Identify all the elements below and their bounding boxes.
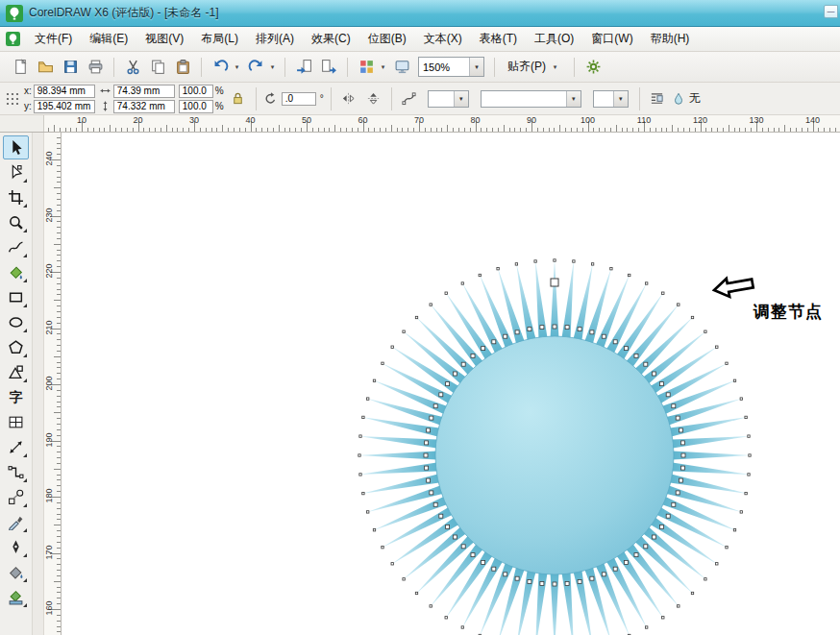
interactive-fill-tool[interactable] (3, 585, 29, 609)
menu-edit[interactable]: 编辑(E) (81, 27, 136, 51)
table-tool[interactable] (3, 410, 29, 434)
outline-width-dropdown-button[interactable]: ▾ (566, 91, 581, 107)
separator (347, 58, 348, 77)
ruler-tick (57, 463, 61, 464)
vruler-label: 170 (44, 541, 54, 564)
ruler-tick (678, 128, 679, 132)
menu-view[interactable]: 视图(V) (136, 27, 192, 51)
starburst-circle[interactable] (435, 336, 674, 574)
menu-help[interactable]: 帮助(H) (642, 27, 699, 51)
redo-button[interactable] (244, 56, 267, 79)
freehand-tool[interactable] (3, 235, 29, 259)
menu-table[interactable]: 表格(T) (471, 27, 526, 51)
drawing-canvas[interactable]: 调整节点 (62, 133, 840, 635)
menu-layout[interactable]: 布局(L) (192, 27, 247, 51)
redo-dropdown-button[interactable]: ▾ (268, 63, 277, 71)
ruler-tick (729, 125, 729, 132)
menu-tools[interactable]: 工具(O) (526, 27, 582, 51)
print-button[interactable] (84, 56, 107, 79)
vertical-ruler[interactable]: 240230220210200190180170160 (44, 133, 62, 635)
ruler-tick (486, 128, 487, 132)
ruler-tick (57, 182, 61, 183)
blend-tool-icon (8, 489, 24, 505)
separator (574, 58, 575, 77)
convert-to-curve-button[interactable] (399, 88, 420, 110)
ruler-tick (57, 485, 61, 486)
connector-tool-icon (8, 464, 24, 480)
pick-tool[interactable] (3, 135, 29, 159)
new-document-button[interactable] (9, 56, 32, 79)
drawing-svg[interactable] (62, 133, 840, 635)
flyout-indicator-icon (23, 478, 27, 482)
menu-bitmaps[interactable]: 位图(B) (359, 27, 415, 51)
application-launcher-button[interactable] (355, 56, 378, 79)
ruler-origin-corner[interactable] (0, 115, 44, 132)
outline-unit-dropdown-button[interactable]: ▾ (613, 91, 628, 107)
save-button[interactable] (59, 56, 82, 79)
ruler-tick (54, 125, 55, 132)
snap-to-dropdown[interactable]: 贴齐(P)▾ (501, 56, 568, 78)
mirror-vertical-button[interactable] (363, 88, 384, 110)
horizontal-ruler[interactable]: 102030405060708090100110120130140 (44, 115, 840, 132)
ruler-tick (57, 193, 61, 194)
ruler-tick (57, 227, 61, 228)
object-y-input[interactable] (34, 100, 95, 113)
outline-style-dropdown-button[interactable]: ▾ (454, 91, 468, 107)
ruler-tick (54, 581, 61, 582)
connector-tool[interactable] (3, 460, 29, 484)
eyedropper-tool[interactable] (3, 510, 29, 534)
export-button[interactable] (317, 56, 340, 79)
outline-style-input[interactable] (429, 92, 454, 106)
shape-tool[interactable] (3, 160, 29, 184)
polygon-tool[interactable] (3, 335, 29, 359)
ruler-tick (441, 128, 442, 132)
menu-text[interactable]: 文本(X) (415, 27, 471, 51)
fill-tool[interactable] (3, 560, 29, 584)
text-tool[interactable]: 字 (3, 385, 29, 409)
mirror-horizontal-button[interactable] (338, 88, 359, 110)
ruler-tick (498, 128, 499, 132)
open-button[interactable] (34, 56, 57, 79)
options-button[interactable] (581, 56, 605, 79)
blend-tool[interactable] (3, 485, 29, 509)
outline-width-input[interactable] (482, 92, 566, 106)
mirror-horizontal-icon (341, 91, 356, 106)
minimize-button[interactable]: — (824, 5, 838, 18)
undo-button[interactable] (209, 56, 232, 79)
paste-button[interactable] (171, 56, 194, 79)
object-width-input[interactable] (113, 85, 175, 98)
crop-tool[interactable] (3, 185, 29, 209)
zoom-dropdown-button[interactable]: ▾ (469, 58, 483, 76)
vruler-label: 240 (44, 147, 54, 170)
menu-file[interactable]: 文件(F) (26, 27, 81, 51)
lock-ratio-button[interactable] (228, 88, 249, 110)
dimension-tool[interactable] (3, 435, 29, 459)
rectangle-tool[interactable] (3, 285, 29, 309)
svg-text:字: 字 (10, 389, 23, 404)
ellipse-tool[interactable] (3, 310, 29, 334)
cut-button[interactable] (121, 56, 144, 79)
outline-unit-input[interactable] (594, 92, 613, 106)
smart-fill-tool[interactable] (3, 260, 29, 284)
menu-arrange[interactable]: 排列(A) (247, 27, 303, 51)
application-launcher-dropdown-button[interactable]: ▾ (379, 63, 387, 71)
menu-effects[interactable]: 效果(C) (303, 27, 359, 51)
scale-y-input[interactable] (179, 100, 213, 113)
import-button[interactable] (292, 56, 315, 79)
welcome-screen-button[interactable] (390, 56, 413, 79)
title-bar[interactable]: CorelDRAW X6 (评估版) - [未命名 -1] — (0, 0, 840, 27)
outline-pen-tool[interactable] (3, 535, 29, 559)
wrap-text-button[interactable] (647, 88, 668, 110)
zoom-level-input[interactable] (419, 59, 469, 75)
basic-shapes-tool[interactable] (3, 360, 29, 384)
zoom-tool[interactable] (3, 210, 29, 234)
ruler-tick (57, 570, 61, 571)
rotation-angle-input[interactable] (282, 92, 316, 106)
scale-x-input[interactable] (179, 85, 213, 98)
menu-window[interactable]: 窗口(W) (582, 27, 641, 51)
object-height-input[interactable] (113, 100, 175, 113)
object-x-input[interactable] (34, 85, 95, 98)
ruler-tick (115, 128, 116, 132)
copy-button[interactable] (146, 56, 169, 79)
undo-dropdown-button[interactable]: ▾ (233, 63, 241, 71)
